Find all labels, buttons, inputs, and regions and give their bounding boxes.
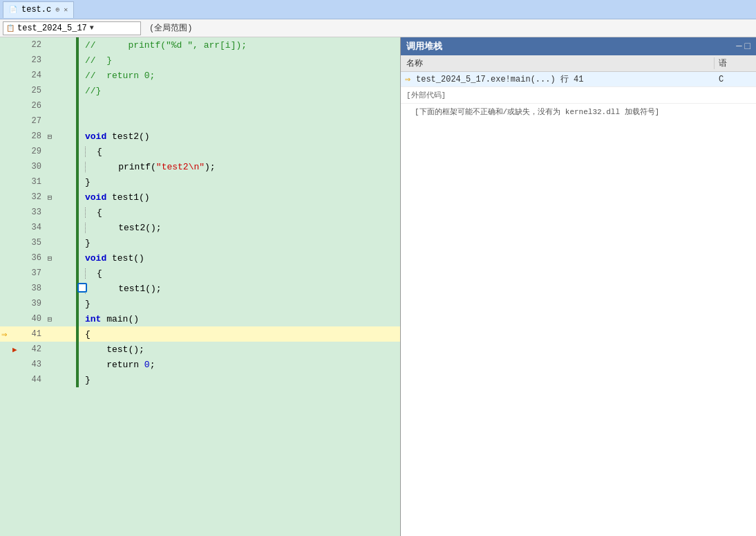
green-bar: [76, 144, 79, 159]
tab-test-c[interactable]: 📄 test.c ⊕ ✕: [3, 1, 74, 18]
close-tab-button[interactable]: ✕: [64, 6, 68, 14]
warning-row: [下面的框架可能不正确和/或缺失，没有为 kernel32.dll 加载符号]: [401, 104, 756, 120]
code-content: void test(): [79, 253, 144, 264]
line-number: 38: [21, 284, 46, 293]
line-gutter: 35: [0, 238, 79, 248]
line-number: 34: [21, 223, 46, 232]
green-bar: [76, 68, 79, 83]
code-content: test1();: [85, 284, 162, 294]
line-number: 27: [21, 116, 46, 126]
collapse-indicator-icon[interactable]: ⊟: [46, 132, 54, 141]
green-bar: [76, 159, 79, 174]
tab-bar: 📄 test.c ⊕ ✕: [0, 0, 756, 19]
external-code-row[interactable]: [外部代码]: [401, 87, 756, 104]
line-gutter: 28⊟: [0, 131, 79, 141]
line-gutter: ⇒41: [0, 329, 79, 339]
code-line: 39}: [0, 296, 400, 311]
panel-table-header: 名称 语: [401, 55, 756, 72]
panel-header: 调用堆栈 ─ □: [401, 37, 756, 55]
collapse-indicator-icon[interactable]: ⊟: [46, 254, 54, 263]
file-icon: 📄: [9, 6, 17, 14]
code-line: ⇒41{: [0, 326, 400, 342]
code-content: }: [79, 375, 91, 385]
code-line: 29{: [0, 144, 400, 159]
line-number: 24: [21, 71, 46, 80]
green-bar: [76, 326, 79, 342]
line-gutter: 37: [0, 268, 79, 278]
panel-rows: ⇒ test_2024_5_17.exe!main(...) 行 41 C [外…: [401, 72, 756, 120]
line-gutter: 36⊟: [0, 253, 79, 263]
collapse-indicator-icon[interactable]: ⊟: [46, 315, 54, 324]
line-number: 25: [21, 86, 46, 95]
line-gutter: 31: [0, 177, 79, 187]
code-line: 36⊟void test(): [0, 250, 400, 266]
code-content: //}: [79, 86, 101, 96]
line-number: 41: [21, 329, 46, 339]
code-line: 30 printf("test2\n");: [0, 159, 400, 174]
line-gutter: 27: [0, 116, 79, 126]
green-bar: [76, 296, 79, 311]
code-content: {: [85, 207, 102, 218]
minimize-panel-button[interactable]: ─: [736, 41, 741, 52]
green-bar: [76, 190, 79, 205]
line-number: 36: [21, 253, 46, 263]
code-editor[interactable]: 22// printf("%d ", arr[i]);23// }24// re…: [0, 37, 401, 536]
main-content: 22// printf("%d ", arr[i]);23// }24// re…: [0, 37, 756, 536]
line-number: 40: [21, 314, 46, 324]
code-content: return 0;: [79, 360, 155, 370]
green-bar: [76, 113, 79, 129]
file-path-value: test_2024_5_17: [17, 24, 87, 33]
green-bar: [76, 83, 79, 98]
file-selector[interactable]: 📋 test_2024_5_17 ▼: [3, 21, 141, 35]
breakpoint-arrow-icon: ▶: [12, 345, 17, 354]
line-number: 39: [21, 299, 46, 308]
code-content: test2();: [85, 223, 162, 233]
line-gutter: 44: [0, 375, 79, 385]
code-content: void test2(): [79, 131, 150, 142]
line-gutter: 40⊟: [0, 314, 79, 324]
code-content: {: [85, 147, 102, 157]
dropdown-arrow-icon[interactable]: ▼: [90, 24, 94, 32]
line-number: 33: [21, 207, 46, 217]
file-selector-icon: 📋: [6, 24, 15, 33]
code-line: 33{: [0, 205, 400, 220]
code-line: 44}: [0, 372, 400, 387]
green-bar: [76, 372, 79, 387]
code-content: void test1(): [79, 192, 150, 203]
collapse-indicator-icon[interactable]: ⊟: [46, 193, 54, 202]
maximize-panel-button[interactable]: □: [745, 41, 750, 52]
active-frame-name: test_2024_5_17.exe!main(...) 行 41: [415, 73, 715, 85]
code-line: 27: [0, 113, 400, 129]
col-name-header: 名称: [401, 57, 715, 69]
line-number: 30: [21, 162, 46, 172]
line-gutter: 23: [0, 55, 79, 65]
line-gutter: ▶42: [0, 344, 79, 354]
code-content: }: [79, 299, 91, 309]
scope-label: (全局范围): [149, 22, 192, 34]
line-gutter: 38: [0, 284, 79, 293]
code-line: 24// return 0;: [0, 68, 400, 83]
line-gutter: 32⊟: [0, 192, 79, 202]
code-line: 23// }: [0, 53, 400, 68]
code-content: // printf("%d ", arr[i]);: [79, 40, 247, 50]
line-number: 31: [21, 177, 46, 187]
line-number: 44: [21, 375, 46, 385]
line-number: 23: [21, 55, 46, 65]
code-line: 22// printf("%d ", arr[i]);: [0, 37, 400, 53]
breakpoint-indicator[interactable]: [77, 283, 87, 293]
green-bar: [76, 53, 79, 68]
line-gutter: 22: [0, 40, 79, 50]
pin-button[interactable]: ⊕: [55, 6, 59, 14]
tab-label: test.c: [21, 5, 51, 15]
code-content: test();: [79, 344, 144, 355]
line-number: 22: [21, 40, 46, 50]
code-lines: 22// printf("%d ", arr[i]);23// }24// re…: [0, 37, 400, 387]
green-bar: [76, 342, 79, 357]
green-bar: [76, 98, 79, 113]
line-gutter: 25: [0, 86, 79, 95]
green-bar: [76, 220, 79, 235]
callstack-row-active[interactable]: ⇒ test_2024_5_17.exe!main(...) 行 41 C: [401, 72, 756, 87]
code-line: 28⊟void test2(): [0, 129, 400, 144]
code-line: 38 test1();: [0, 281, 400, 296]
exec-arrow-icon: ⇒: [1, 329, 7, 340]
